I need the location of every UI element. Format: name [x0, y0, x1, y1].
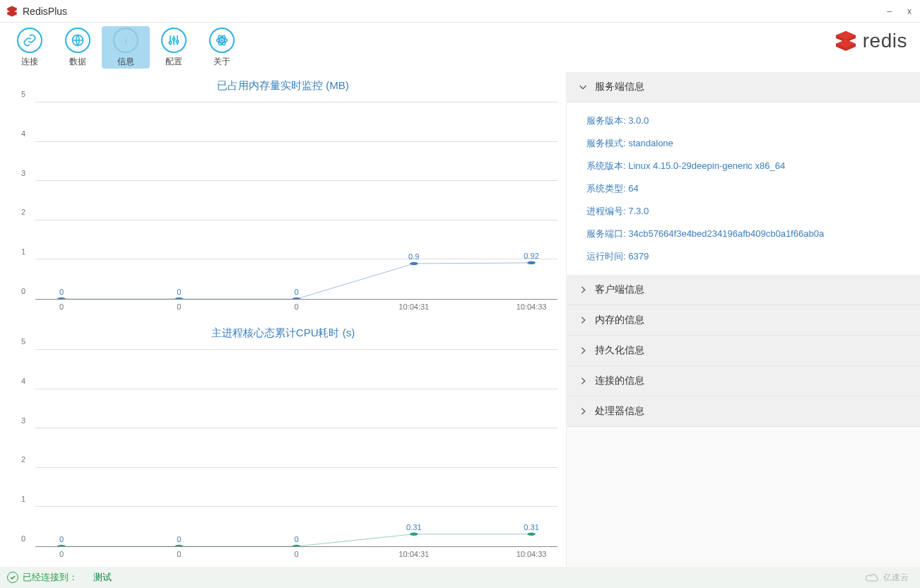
charts-column: 已占用内存量实时监控 (MB) 0123450000.90.9200010:04…: [0, 72, 567, 567]
data-label: 0.31: [406, 523, 421, 531]
chevron-right-icon: [578, 376, 588, 386]
watermark-text: 亿速云: [883, 572, 909, 584]
chevron-right-icon: [578, 285, 588, 295]
accordion-title: 处理器信息: [595, 405, 644, 418]
x-ticks: 00010:04:3110:04:33: [35, 548, 558, 563]
info-row: 服务版本: 3.0.0: [567, 110, 920, 132]
minimize-button[interactable]: –: [884, 5, 895, 18]
toolbar-about[interactable]: 关于: [198, 26, 246, 69]
accordion-header[interactable]: 持久化信息: [567, 336, 920, 366]
y-tick: 5: [21, 337, 558, 346]
x-tick: 0: [177, 302, 181, 311]
x-tick: 0: [294, 302, 298, 311]
x-tick: 10:04:31: [399, 550, 429, 558]
accordion-title: 持久化信息: [595, 344, 644, 357]
x-ticks: 00010:04:3110:04:33: [35, 301, 558, 315]
grid-area: 0000.90.92: [35, 102, 558, 300]
svg-point-17: [410, 533, 418, 536]
chevron-right-icon: [578, 315, 588, 325]
toolbar-config[interactable]: 配置: [150, 26, 198, 69]
svg-point-5: [220, 39, 223, 41]
accordion-title: 服务端信息: [595, 81, 644, 93]
data-label: 0: [294, 535, 298, 543]
watermark: 亿速云: [865, 572, 909, 584]
x-tick: 0: [294, 550, 298, 558]
redis-word: redis: [863, 30, 907, 52]
accordion-title: 连接的信息: [595, 375, 644, 387]
chart-cpu: 主进程核心态累计CPU耗时 (s) 0123450000.310.3100010…: [0, 319, 567, 567]
svg-point-18: [527, 533, 536, 536]
x-tick: 10:04:33: [517, 302, 547, 311]
chart-cpu-plot: 0123450000.310.3100010:04:3110:04:33: [6, 343, 558, 563]
accordion-body: 服务版本: 3.0.0服务模式: standalone系统版本: Linux 4…: [567, 102, 920, 275]
app-title-prefix: Redis: [23, 6, 48, 17]
info-row: 服务端口: 34cb57664f3e4bed234196afb409cb0a1f…: [567, 223, 920, 245]
link-icon: [23, 33, 37, 47]
redis-cube-icon: [833, 28, 859, 54]
svg-point-11: [293, 298, 301, 299]
accordion-title: 内存的信息: [595, 314, 644, 327]
status-label: 已经连接到：: [23, 571, 78, 584]
info-row: 系统类型: 64: [567, 177, 920, 200]
data-label: 0: [177, 535, 181, 543]
y-tick: 5: [21, 90, 558, 98]
svg-point-9: [57, 298, 66, 299]
svg-point-13: [527, 261, 536, 264]
data-label: 0: [59, 288, 64, 296]
data-label: 0.9: [408, 252, 419, 261]
info-row: 系统版本: Linux 4.15.0-29deepin-generic x86_…: [567, 155, 920, 177]
side-panel: 服务端信息服务版本: 3.0.0服务模式: standalone系统版本: Li…: [567, 72, 920, 567]
toolbar-connect[interactable]: 连接: [6, 26, 54, 69]
data-label: 0.92: [524, 252, 538, 260]
x-tick: 0: [177, 550, 181, 558]
data-label: 0.31: [524, 523, 538, 531]
close-button[interactable]: x: [904, 5, 914, 18]
svg-point-1: [125, 37, 126, 38]
accordion-header[interactable]: 客户端信息: [567, 275, 920, 305]
toolbar: 连接 数据 信息 配置 关于 redis: [0, 23, 920, 72]
chevron-down-icon: [578, 82, 588, 92]
svg-point-15: [175, 545, 183, 546]
globe-icon: [71, 33, 85, 47]
svg-point-12: [410, 262, 418, 265]
chart-memory-plot: 0123450000.90.9200010:04:3110:04:33: [6, 95, 558, 315]
data-label: 0: [59, 535, 64, 543]
accordion-header[interactable]: 内存的信息: [567, 305, 920, 336]
info-icon: [119, 33, 133, 47]
statusbar: 已经连接到： 测试 亿速云: [0, 567, 920, 588]
grid-area: 0000.310.31: [35, 350, 558, 547]
x-tick: 10:04:33: [517, 550, 547, 558]
window-controls: – x: [884, 5, 914, 18]
chart-memory: 已占用内存量实时监控 (MB) 0123450000.90.9200010:04…: [0, 72, 567, 319]
status-ok-icon: [7, 572, 18, 583]
info-row: 运行时间: 6379: [567, 245, 920, 268]
chevron-right-icon: [578, 406, 588, 416]
accordion-header[interactable]: 连接的信息: [567, 366, 920, 396]
data-label: 0: [294, 288, 298, 296]
svg-point-10: [175, 298, 183, 299]
line-svg: [35, 350, 558, 546]
accordion-header[interactable]: 处理器信息: [567, 396, 920, 427]
svg-point-16: [293, 545, 301, 546]
redis-logo: redis: [833, 28, 907, 54]
accordion-title: 客户端信息: [595, 283, 644, 296]
toolbar-connect-label: 连接: [21, 56, 38, 68]
info-row: 进程编号: 7.3.0: [567, 200, 920, 223]
app-logo-icon: [6, 5, 18, 18]
x-tick: 10:04:31: [399, 302, 429, 311]
toolbar-data-label: 数据: [69, 56, 86, 68]
titlebar: RedisPlus – x: [0, 0, 920, 23]
svg-point-14: [57, 545, 66, 546]
toolbar-info[interactable]: 信息: [102, 26, 150, 69]
toolbar-about-label: 关于: [213, 56, 230, 68]
app-title: RedisPlus: [23, 6, 67, 17]
toolbar-data[interactable]: 数据: [54, 26, 102, 69]
svg-point-3: [172, 37, 175, 40]
x-tick: 0: [59, 550, 64, 558]
toolbar-config-label: 配置: [165, 56, 182, 68]
x-tick: 0: [59, 302, 64, 311]
info-row: 服务模式: standalone: [567, 132, 920, 155]
chevron-right-icon: [578, 346, 588, 355]
atom-icon: [215, 33, 229, 47]
accordion-header[interactable]: 服务端信息: [567, 72, 920, 102]
